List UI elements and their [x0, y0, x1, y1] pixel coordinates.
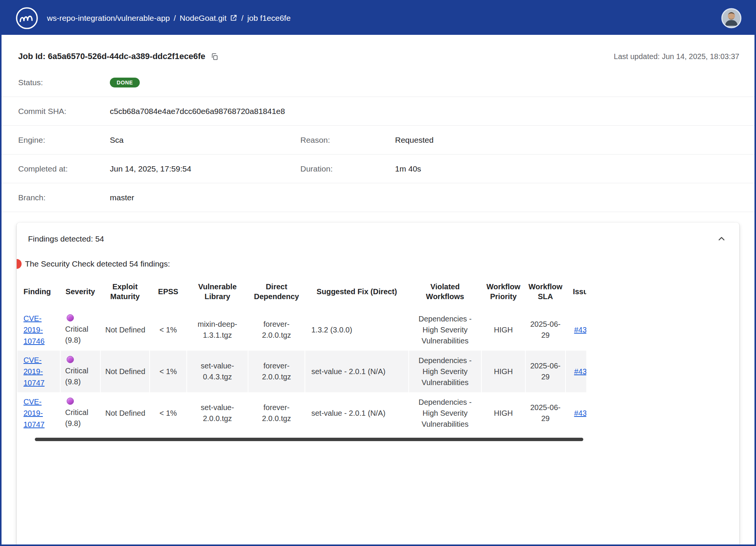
status-badge: DONE [110, 78, 140, 87]
severity-cell: Critical (9.8) [61, 351, 100, 392]
cve-link[interactable]: CVE-2019-10747 [23, 356, 45, 387]
user-avatar[interactable] [721, 8, 742, 28]
severity-cell: Critical (9.8) [61, 309, 100, 351]
workflow-sla-cell: 2025-06-29 [526, 351, 565, 392]
col-direct-dependency: Direct Dependency [248, 274, 305, 309]
severity-dot-icon [67, 356, 74, 363]
workflow-priority-cell: HIGH [482, 309, 525, 351]
suggested-fix-cell: 1.3.2 (3.0.0) [305, 309, 408, 351]
direct-dependency-cell: forever-2.0.0.tgz [248, 309, 305, 351]
finding-row: CVE-2019-10747 Critical (9.8) Not Define… [17, 392, 586, 434]
mend-logo-icon[interactable] [15, 6, 39, 30]
top-navigation-bar: ws-repo-integration/vulnerable-app / Nod… [2, 2, 754, 35]
workflow-sla-cell: 2025-06-29 [526, 309, 565, 351]
col-workflow-sla: Workflow SLA [526, 274, 565, 309]
findings-card-header: Findings detected: 54 [17, 223, 739, 248]
branch-row: Branch: master [2, 183, 754, 212]
engine-value: Sca [110, 136, 300, 145]
duration-label: Duration: [300, 164, 395, 173]
epss-cell: < 1% [150, 351, 186, 392]
chevron-up-icon [717, 234, 726, 244]
engine-label: Engine: [18, 136, 110, 145]
findings-scroll-region: The Security Check detected 54 findings:… [17, 259, 586, 441]
direct-dependency-cell: forever-2.0.0.tgz [248, 392, 305, 434]
branch-value: master [110, 193, 754, 202]
severity-dot-icon [67, 398, 74, 405]
job-id-title: Job Id: 6a5a6570-526d-44dc-a389-ddc2f1ec… [18, 51, 205, 61]
completed-at-label: Completed at: [18, 164, 110, 173]
completed-duration-row: Completed at: Jun 14, 2025, 17:59:54 Dur… [2, 154, 754, 183]
engine-reason-row: Engine: Sca Reason: Requested [2, 126, 754, 154]
suggested-fix-cell: set-value - 2.0.1 (N/A) [305, 392, 408, 434]
breadcrumb-project[interactable]: NodeGoat.git [180, 14, 237, 23]
copy-icon [211, 53, 219, 61]
finding-row: CVE-2019-10747 Critical (9.8) Not Define… [17, 351, 586, 392]
severity-label: Critical (9.8) [65, 367, 88, 386]
breadcrumb: ws-repo-integration/vulnerable-app / Nod… [47, 14, 714, 23]
breadcrumb-separator: / [241, 14, 244, 23]
exploit-maturity-cell: Not Defined [101, 351, 149, 392]
horizontal-scrollbar-thumb[interactable] [35, 438, 583, 441]
external-link-icon[interactable] [230, 14, 237, 22]
breadcrumb-repo[interactable]: ws-repo-integration/vulnerable-app [47, 14, 170, 23]
duration-value: 1m 40s [395, 164, 754, 173]
branch-label: Branch: [18, 193, 110, 202]
violated-workflows-cell: Dependencies - High Severity Vulnerabili… [409, 309, 481, 351]
issue-link[interactable]: #436 [574, 409, 586, 417]
col-issue: Issue [566, 274, 586, 309]
epss-cell: < 1% [150, 392, 186, 434]
vulnerable-library-cell: mixin-deep-1.3.1.tgz [187, 309, 248, 351]
severity-dot-icon [67, 314, 74, 321]
vulnerable-library-cell: set-value-2.0.0.tgz [187, 392, 248, 434]
commit-sha-label: Commit SHA: [18, 107, 110, 116]
col-violated-workflows: Violated Workflows [409, 274, 481, 309]
reason-value: Requested [395, 136, 754, 145]
job-details-page: Job Id: 6a5a6570-526d-44dc-a389-ddc2f1ec… [2, 35, 754, 546]
completed-at-value: Jun 14, 2025, 17:59:54 [110, 164, 300, 173]
status-label: Status: [18, 78, 110, 87]
violated-workflows-cell: Dependencies - High Severity Vulnerabili… [409, 392, 481, 434]
reason-label: Reason: [300, 136, 395, 145]
workflow-priority-cell: HIGH [482, 392, 525, 434]
suggested-fix-cell: set-value - 2.0.1 (N/A) [305, 351, 408, 392]
col-workflow-priority: Workflow Priority [482, 274, 525, 309]
col-exploit-maturity: Exploit Maturity [101, 274, 149, 309]
workflow-sla-cell: 2025-06-29 [526, 392, 565, 434]
copy-job-id-button[interactable] [210, 52, 219, 61]
issue-link[interactable]: #436 [574, 326, 586, 334]
job-header-row: Job Id: 6a5a6570-526d-44dc-a389-ddc2f1ec… [2, 48, 754, 65]
issue-link[interactable]: #436 [574, 367, 586, 376]
findings-alert-row: The Security Check detected 54 findings: [17, 259, 586, 269]
col-vulnerable-library: Vulnerable Library [187, 274, 248, 309]
findings-table-body: CVE-2019-10746 Critical (9.8) Not Define… [17, 309, 586, 434]
violated-workflows-cell: Dependencies - High Severity Vulnerabili… [409, 351, 481, 392]
last-updated-text: Last updated: Jun 14, 2025, 18:03:37 [614, 52, 739, 61]
finding-row: CVE-2019-10746 Critical (9.8) Not Define… [17, 309, 586, 351]
findings-card: Findings detected: 54 The Security Check… [17, 223, 739, 546]
commit-sha-value: c5cb68a7084e4ae7dcc60e6a98768720a81841e8 [110, 107, 754, 116]
cve-link[interactable]: CVE-2019-10746 [23, 314, 45, 345]
epss-cell: < 1% [150, 309, 186, 351]
collapse-findings-button[interactable] [715, 232, 728, 245]
severity-label: Critical (9.8) [65, 408, 88, 427]
col-finding: Finding [17, 274, 60, 309]
error-icon [17, 259, 22, 269]
status-row: Status: DONE [2, 68, 754, 97]
page: { "theme": { "accent": "#1c3e94", "statu… [0, 0, 756, 546]
exploit-maturity-cell: Not Defined [101, 309, 149, 351]
vulnerable-library-cell: set-value-0.4.3.tgz [187, 351, 248, 392]
findings-alert-text: The Security Check detected 54 findings: [25, 259, 170, 268]
col-epss: EPSS [150, 274, 186, 309]
severity-label: Critical (9.8) [65, 325, 88, 344]
findings-title: Findings detected: 54 [28, 234, 104, 243]
findings-table-header-row: Finding Severity Exploit Maturity EPSS V… [17, 274, 586, 309]
commit-sha-row: Commit SHA: c5cb68a7084e4ae7dcc60e6a9876… [2, 97, 754, 126]
direct-dependency-cell: forever-2.0.0.tgz [248, 351, 305, 392]
col-suggested-fix: Suggested Fix (Direct) [305, 274, 408, 309]
breadcrumb-separator: / [174, 14, 176, 23]
exploit-maturity-cell: Not Defined [101, 392, 149, 434]
severity-cell: Critical (9.8) [61, 392, 100, 434]
findings-table: Finding Severity Exploit Maturity EPSS V… [17, 274, 586, 434]
breadcrumb-job: job f1ece6fe [247, 14, 291, 23]
cve-link[interactable]: CVE-2019-10747 [23, 398, 45, 429]
